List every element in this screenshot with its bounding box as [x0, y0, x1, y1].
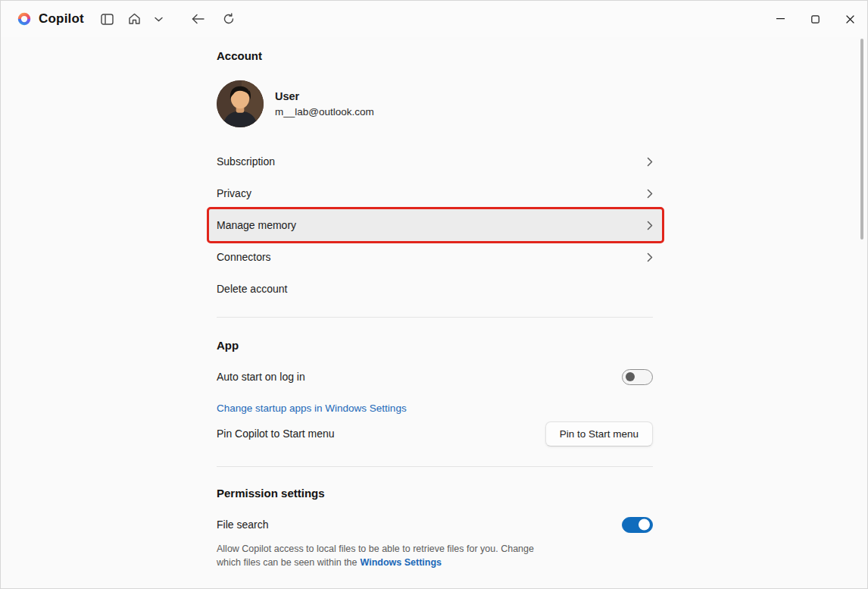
pin-row: Pin Copilot to Start menu Pin to Start m… [209, 418, 662, 450]
divider [217, 466, 653, 467]
user-card: User m__lab@outlook.com [209, 80, 662, 127]
titlebar: Copilot [1, 1, 867, 37]
row-connectors[interactable]: Connectors [209, 241, 662, 273]
home-icon[interactable] [123, 8, 146, 30]
chevron-down-icon[interactable] [151, 8, 167, 30]
auto-start-row: Auto start on log in [209, 361, 662, 393]
row-privacy[interactable]: Privacy [209, 177, 662, 209]
row-label: Delete account [217, 283, 287, 295]
row-subscription[interactable]: Subscription [209, 146, 662, 177]
file-search-toggle[interactable] [622, 517, 653, 533]
user-info: User m__lab@outlook.com [275, 90, 374, 117]
app-title: Copilot [39, 11, 84, 27]
user-name: User [275, 90, 374, 102]
row-manage-memory[interactable]: Manage memory [209, 209, 662, 241]
windows-settings-link[interactable]: Windows Settings [361, 557, 442, 568]
brand: Copilot [1, 11, 84, 27]
user-email: m__lab@outlook.com [275, 106, 374, 117]
pin-label: Pin Copilot to Start menu [217, 428, 335, 440]
copilot-logo-icon [16, 11, 33, 27]
scrollbar-thumb[interactable] [860, 39, 863, 240]
row-label: Subscription [217, 155, 275, 168]
window-controls [763, 1, 867, 37]
permission-section-heading: Permission settings [209, 487, 662, 500]
startup-link-line: Change startup apps in Windows Settings [209, 400, 662, 415]
new-chat-icon[interactable] [96, 8, 119, 30]
divider [217, 317, 653, 318]
toggle-knob [626, 372, 635, 381]
account-rows: Subscription Privacy Manage memory Conne… [209, 146, 662, 305]
pin-to-start-button[interactable]: Pin to Start menu [545, 421, 653, 446]
nav-group [187, 8, 240, 30]
chevron-right-icon [647, 221, 653, 230]
maximize-button[interactable] [798, 1, 832, 37]
row-delete-account[interactable]: Delete account [209, 273, 662, 305]
refresh-icon[interactable] [217, 8, 240, 30]
auto-start-label: Auto start on log in [217, 371, 305, 383]
file-search-label: File search [217, 519, 268, 531]
account-section-heading: Account [209, 49, 662, 62]
avatar [217, 80, 264, 127]
copilot-settings-window: Copilot [0, 0, 868, 589]
file-search-row: File search [209, 509, 662, 540]
chevron-right-icon [647, 252, 653, 262]
chevron-right-icon [647, 189, 653, 199]
row-label: Connectors [217, 251, 271, 263]
chevron-right-icon [647, 157, 653, 167]
row-label: Manage memory [217, 219, 296, 231]
titlebar-actions [96, 8, 167, 30]
toggle-knob [639, 519, 650, 531]
auto-start-toggle[interactable] [622, 369, 653, 385]
row-label: Privacy [217, 187, 251, 199]
back-icon[interactable] [187, 8, 210, 30]
minimize-button[interactable] [763, 1, 798, 37]
startup-settings-link[interactable]: Change startup apps in Windows Settings [217, 403, 407, 414]
close-button[interactable] [832, 1, 867, 37]
app-section-heading: App [209, 339, 662, 352]
file-search-description: Allow Copilot access to local files to b… [209, 542, 535, 569]
settings-content: Account User m_ [209, 37, 662, 569]
